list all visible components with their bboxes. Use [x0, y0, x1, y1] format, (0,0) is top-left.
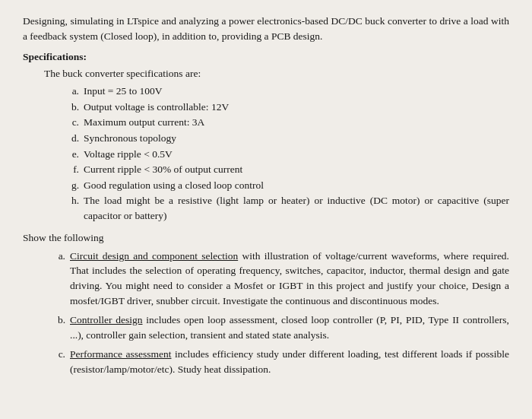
show-underline-text: Controller design — [70, 314, 143, 325]
spec-letter: d. — [62, 131, 79, 146]
spec-list-item: d.Synchronous topology — [62, 131, 509, 146]
spec-list-item: g.Good regulation using a closed loop co… — [62, 178, 509, 193]
show-list-item: c.Performance assessment includes effici… — [50, 347, 509, 376]
show-underline-text: Performance assessment — [70, 348, 171, 360]
show-letter: b. — [50, 313, 65, 328]
show-underline-text: Circuit design and component selection — [70, 250, 238, 262]
show-content: Controller design includes open loop ass… — [70, 313, 509, 342]
spec-letter: c. — [62, 115, 79, 130]
spec-list-item: f.Current ripple < 30% of output current — [62, 162, 509, 177]
spec-content: The load might be a resistive (light lam… — [84, 193, 509, 223]
specifications-heading: Specifications: — [23, 49, 509, 65]
show-letter: a. — [50, 249, 65, 264]
spec-list-item: b.Output voltage is controllable: 12V — [62, 100, 509, 115]
show-list-item: a.Circuit design and component selection… — [50, 249, 509, 308]
show-content: Performance assessment includes efficien… — [70, 347, 509, 376]
spec-letter: b. — [62, 100, 79, 115]
show-content: Circuit design and component selection w… — [70, 249, 509, 308]
spec-list-item: a.Input = 25 to 100V — [62, 84, 509, 99]
spec-letter: e. — [62, 147, 79, 162]
spec-content: Current ripple < 30% of output current — [84, 162, 509, 177]
spec-content: Maximum output current: 3A — [84, 115, 509, 130]
buck-specs-intro: The buck converter specifications are: — [44, 66, 509, 81]
show-list: a.Circuit design and component selection… — [50, 249, 509, 377]
spec-list-item: c.Maximum output current: 3A — [62, 115, 509, 130]
spec-content: Input = 25 to 100V — [84, 84, 509, 99]
spec-list-item: e.Voltage ripple < 0.5V — [62, 147, 509, 162]
intro-paragraph: Designing, simulating in LTspice and ana… — [23, 14, 509, 43]
spec-letter: h. — [62, 193, 79, 223]
spec-content: Voltage ripple < 0.5V — [84, 147, 509, 162]
show-list-item: b.Controller design includes open loop a… — [50, 313, 509, 342]
spec-content: Synchronous topology — [84, 131, 509, 146]
show-following-label: Show the following — [23, 230, 509, 246]
spec-content: Output voltage is controllable: 12V — [84, 100, 509, 115]
spec-letter: g. — [62, 178, 79, 193]
spec-list-item: h.The load might be a resistive (light l… — [62, 193, 509, 223]
show-letter: c. — [50, 347, 65, 362]
spec-content: Good regulation using a closed loop cont… — [84, 178, 509, 193]
spec-letter: f. — [62, 162, 79, 177]
spec-list: a.Input = 25 to 100Vb.Output voltage is … — [62, 84, 509, 223]
spec-letter: a. — [62, 84, 79, 99]
